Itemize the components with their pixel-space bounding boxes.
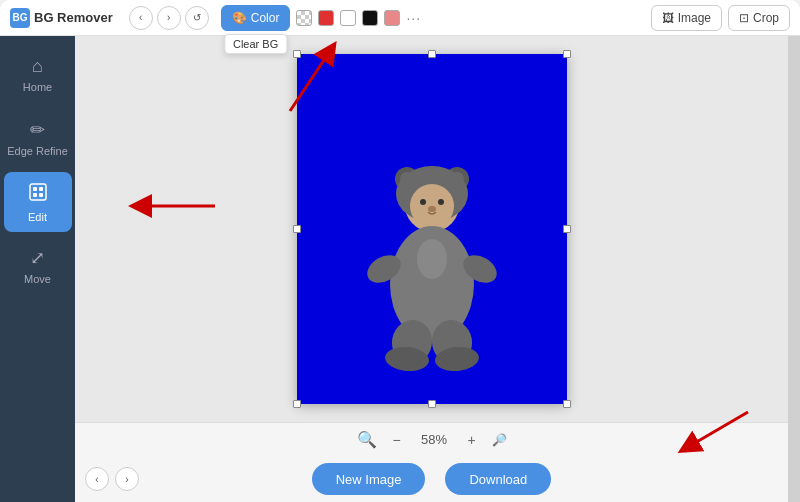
more-colors-btn[interactable]: ···: [406, 10, 421, 26]
handle-mr[interactable]: [563, 225, 571, 233]
color-icon: 🎨: [232, 11, 247, 25]
svg-point-14: [428, 206, 436, 212]
handle-bl[interactable]: [293, 400, 301, 408]
crop-icon: ⊡: [739, 11, 749, 25]
action-row: ‹ › New Image Download: [75, 463, 788, 495]
svg-point-12: [420, 199, 426, 205]
pink-swatch[interactable]: [384, 10, 400, 26]
app-title: BG Remover: [34, 10, 113, 25]
transparent-swatch[interactable]: [296, 10, 312, 26]
handle-ml[interactable]: [293, 225, 301, 233]
main-layout: ⌂ Home ✏ Edge Refine Edit ⤢ Move: [0, 36, 800, 502]
sidebar-item-edge-label: Edge Refine: [7, 145, 68, 157]
red-swatch[interactable]: [318, 10, 334, 26]
svg-point-22: [417, 239, 447, 279]
svg-rect-0: [30, 184, 46, 200]
canvas-area: 🔍 − 58% + 🔎 ‹ › New Image Download: [75, 36, 788, 502]
sidebar-item-home-label: Home: [23, 81, 52, 93]
handle-br[interactable]: [563, 400, 571, 408]
bottom-bar: 🔍 − 58% + 🔎 ‹ › New Image Download: [75, 422, 788, 502]
sidebar-item-edge-refine[interactable]: ✏ Edge Refine: [4, 108, 72, 168]
right-panel: [788, 36, 800, 502]
sidebar-item-move[interactable]: ⤢ Move: [4, 236, 72, 296]
redo-btn[interactable]: ↺: [185, 6, 209, 30]
sidebar-item-move-label: Move: [24, 273, 51, 285]
red-arrow-edit: [125, 176, 225, 236]
bottom-nav-arrows: ‹ ›: [85, 467, 139, 491]
handle-tl[interactable]: [293, 50, 301, 58]
next-btn[interactable]: ›: [115, 467, 139, 491]
crop-btn[interactable]: ⊡ Crop: [728, 5, 790, 31]
image-icon: 🖼: [662, 11, 674, 25]
edit-icon: [28, 182, 48, 207]
zoom-out-btn[interactable]: −: [387, 430, 407, 450]
edge-refine-icon: ✏: [30, 119, 45, 141]
color-label: Color: [251, 11, 280, 25]
black-swatch[interactable]: [362, 10, 378, 26]
handle-tm[interactable]: [428, 50, 436, 58]
color-btn[interactable]: 🎨 Color Clear BG: [221, 5, 291, 31]
right-tools: 🖼 Image ⊡ Crop: [651, 5, 790, 31]
svg-rect-1: [33, 187, 37, 191]
sidebar-item-home[interactable]: ⌂ Home: [4, 44, 72, 104]
handle-bm[interactable]: [428, 400, 436, 408]
home-icon: ⌂: [32, 56, 43, 77]
image-btn[interactable]: 🖼 Image: [651, 5, 722, 31]
zoom-level: 58%: [417, 432, 452, 447]
logo-icon: BG: [10, 8, 30, 28]
zoom-icon-right: 🔎: [492, 433, 507, 447]
clear-bg-tooltip: Clear BG: [224, 34, 287, 54]
zoom-icon-left: 🔍: [357, 430, 377, 449]
baby-figure: [352, 164, 512, 374]
svg-point-13: [438, 199, 444, 205]
download-button[interactable]: Download: [445, 463, 551, 495]
sidebar-item-edit-label: Edit: [28, 211, 47, 223]
image-canvas[interactable]: [297, 54, 567, 404]
handle-tr[interactable]: [563, 50, 571, 58]
canvas-wrapper: [75, 36, 788, 422]
zoom-in-btn[interactable]: +: [462, 430, 482, 450]
svg-rect-4: [39, 193, 43, 197]
svg-rect-3: [33, 193, 37, 197]
move-icon: ⤢: [30, 247, 45, 269]
title-bar: BG BG Remover ‹ › ↺ 🎨 Color Clear BG ···…: [0, 0, 800, 36]
app-logo: BG BG Remover: [10, 8, 113, 28]
zoom-controls: 🔍 − 58% + 🔎: [357, 430, 507, 450]
sidebar-item-edit[interactable]: Edit: [4, 172, 72, 232]
nav-controls: ‹ › ↺: [129, 6, 209, 30]
svg-rect-2: [39, 187, 43, 191]
forward-btn[interactable]: ›: [157, 6, 181, 30]
color-tool-group: 🎨 Color Clear BG ···: [221, 5, 421, 31]
new-image-button[interactable]: New Image: [312, 463, 426, 495]
back-btn[interactable]: ‹: [129, 6, 153, 30]
sidebar: ⌂ Home ✏ Edge Refine Edit ⤢ Move: [0, 36, 75, 502]
white-swatch[interactable]: [340, 10, 356, 26]
prev-btn[interactable]: ‹: [85, 467, 109, 491]
